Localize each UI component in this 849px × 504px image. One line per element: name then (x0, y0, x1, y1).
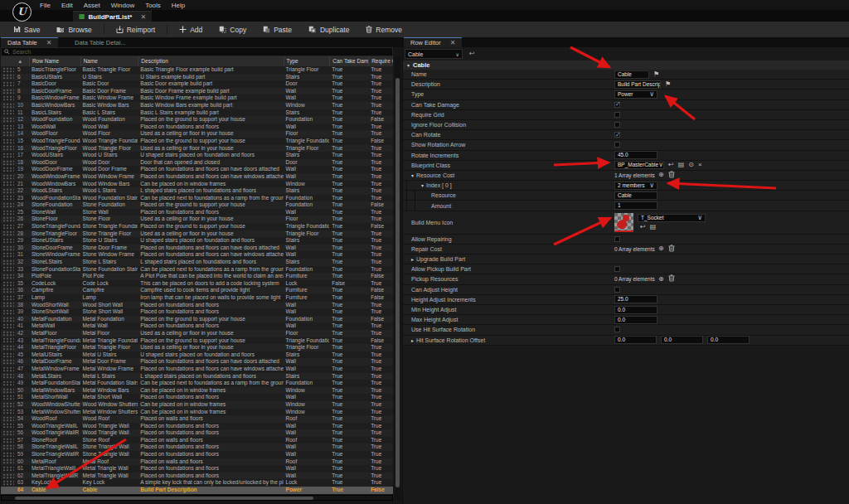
row-grip-handle[interactable] (2, 252, 14, 258)
use-hit-surface-rotation-checkbox[interactable] (614, 327, 620, 332)
column-header-require-grid[interactable]: Require Gri (368, 56, 393, 66)
table-row[interactable]: 36CampfireCampfireCampfire used to cook … (1, 287, 393, 294)
row-grip-handle[interactable] (2, 438, 14, 443)
row-grip-handle[interactable] (2, 274, 14, 279)
table-row[interactable]: 63KeyLockKey LockA simple key lock that … (1, 479, 393, 487)
name-field[interactable]: Cable (614, 70, 649, 79)
table-row[interactable]: 60MetalRoofMetal RoofPlaced on walls and… (1, 458, 393, 466)
table-row[interactable]: 11BasicLStairsBasic L StairsBasic L Stai… (1, 109, 393, 117)
delete-elements-icon[interactable] (668, 171, 675, 180)
table-row[interactable]: 40MetalFoundationMetal FoundationPlaced … (1, 316, 393, 323)
row-grip-handle[interactable] (2, 331, 14, 337)
height-adjust-increments-field[interactable]: 25.0 (614, 295, 657, 303)
add-button[interactable]: Add (171, 22, 211, 37)
row-grip-handle[interactable] (2, 174, 14, 180)
delete-elements-icon[interactable] (668, 274, 675, 284)
index-0-dropdown[interactable]: 2 members∨ (614, 182, 657, 190)
row-grip-handle[interactable] (2, 89, 14, 94)
table-row[interactable]: 16WoodTriangleFloorWood Triangle FloorUs… (1, 145, 393, 153)
struct-section-header[interactable]: ▾ Cable (403, 61, 849, 70)
row-grip-handle[interactable] (2, 74, 14, 80)
table-row[interactable]: 37LampLampIron lamp that can be placed o… (1, 294, 393, 302)
table-row[interactable]: 25StoneWallStone WallPlaced on foundatio… (1, 209, 393, 216)
row-grip-handle[interactable] (2, 402, 14, 408)
table-row[interactable]: 21WoodWindowBarsWood Window BarsCan be p… (1, 181, 393, 188)
row-grip-handle[interactable] (2, 345, 14, 351)
table-row[interactable]: 22WoodLStairsWood L StairsL shaped stair… (1, 187, 393, 195)
vertical-scrollbar-thumb[interactable] (395, 78, 400, 487)
row-grip-handle[interactable] (2, 380, 14, 386)
row-grip-handle[interactable] (2, 224, 14, 230)
can-rotate-checkbox[interactable]: ✓ (614, 132, 620, 138)
row-grip-handle[interactable] (2, 210, 14, 216)
row-grip-handle[interactable] (2, 238, 14, 244)
max-height-adjust-field[interactable]: 0.0 (614, 316, 657, 324)
table-row[interactable]: 55WoodTriangleWallLWood Triangle WallPla… (1, 423, 393, 430)
expander-collapsed-icon[interactable]: ▸ (411, 256, 414, 262)
table-row[interactable]: 53MetalWindowShuttersMetal Window Shutte… (1, 409, 393, 416)
table-row[interactable]: 33StoneFoundationStairsStone Foundation … (1, 266, 393, 274)
build-menu-icon-thumbnail[interactable] (614, 213, 633, 232)
table-row[interactable]: 30StoneDoorFrameStone Door FramePlaced o… (1, 245, 393, 252)
can-take-damage-checkbox[interactable]: ✓ (614, 102, 620, 108)
min-height-adjust-field[interactable]: 0.0 (614, 306, 657, 314)
type-dropdown[interactable]: Power∨ (614, 90, 657, 99)
row-grip-handle[interactable] (2, 359, 14, 365)
row-grip-handle[interactable] (2, 295, 14, 301)
table-row[interactable]: 29StoneUStairsStone U StairsU shaped sta… (1, 237, 393, 245)
table-row[interactable]: 61MetalTriangleWallLMetal Triangle WallP… (1, 465, 393, 472)
table-row[interactable]: 24StoneFoundationStone FoundationPlaced … (1, 201, 393, 209)
amount-field[interactable]: 1 (614, 201, 657, 210)
menu-window[interactable]: Window (111, 2, 134, 9)
row-grip-handle[interactable] (2, 337, 14, 343)
column-header-can-take-damage[interactable]: Can Take Damage (329, 56, 368, 66)
row-grip-handle[interactable] (2, 138, 14, 144)
table-row[interactable]: 57StoneRoofStone RoofPlaced on walls and… (1, 437, 393, 444)
row-grip-handle[interactable] (2, 131, 14, 137)
table-row[interactable]: 13WoodWallWood WallPlaced on foundations… (1, 124, 393, 131)
row-grip-handle[interactable] (2, 188, 14, 194)
browse-button[interactable]: Browse (48, 22, 99, 37)
add-element-icon[interactable]: ⊕ (658, 245, 664, 252)
expander-open-icon[interactable]: ▾ (411, 172, 414, 178)
flag-icon[interactable]: ⚑ (665, 81, 671, 88)
row-grip-handle[interactable] (2, 487, 14, 493)
menu-asset[interactable]: Asset (84, 2, 100, 9)
search-input[interactable]: Search (1, 47, 393, 56)
browse-asset-icon[interactable]: ▤ (650, 224, 657, 230)
table-row[interactable]: 12WoodFoundationWood FoundationPlaced on… (1, 116, 393, 124)
horizontal-scrollbar[interactable] (1, 495, 393, 501)
table-row[interactable]: 58StoneTriangleWallLStone Triangle WallP… (1, 443, 393, 451)
table-row[interactable]: 31StoneWindowFrameStone Window FramePlac… (1, 251, 393, 259)
table-row[interactable]: 17WoodUStairsWood U StairsU shaped stair… (1, 152, 393, 159)
require-grid-checkbox[interactable] (614, 112, 620, 118)
horizontal-scrollbar-thumb[interactable] (15, 497, 313, 500)
row-grip-handle[interactable] (2, 480, 14, 486)
duplicate-button[interactable]: Duplicate (300, 22, 357, 37)
row-grip-handle[interactable] (2, 160, 14, 166)
table-row[interactable]: 49MetalFoundationStairsMetal Foundation … (1, 380, 393, 387)
table-row[interactable]: 38WoodShortWallWood Short WallPlaced on … (1, 302, 393, 309)
allow-pickup-build-part-checkbox[interactable] (614, 266, 620, 272)
table-row[interactable]: 27StoneTriangleFoundatioStone Triangle F… (1, 223, 393, 230)
table-row[interactable]: 35CodeLockCode LockThis can be placed on… (1, 280, 393, 288)
asset-tab-buildpartlist[interactable]: ▦ BuildPartList* ✕ (73, 11, 152, 22)
column-header-description[interactable]: Description (138, 56, 283, 66)
row-grip-handle[interactable] (2, 145, 14, 151)
vertical-scrollbar[interactable] (395, 56, 400, 501)
table-row[interactable]: 46MetalDoorFrameMetal Door FramePlaced o… (1, 358, 393, 366)
row-grip-handle[interactable] (2, 195, 14, 201)
hit-surface-rotation-offset-field-1[interactable]: 0.0 (661, 336, 703, 344)
table-row[interactable]: 8BasicDoorFrameBasic Door FrameBasic Doo… (1, 88, 393, 95)
copy-button[interactable]: Copy (211, 22, 255, 37)
add-element-icon[interactable]: ⊕ (658, 172, 664, 178)
table-row[interactable]: 19WoodDoorFrameWood Door FramePlaced on … (1, 166, 393, 173)
allow-repairing-checkbox[interactable] (614, 236, 620, 242)
clear-icon[interactable]: × (698, 162, 702, 168)
show-rotation-arrow-checkbox[interactable] (614, 142, 620, 148)
table-row[interactable]: 23WoodFoundationStairsWood Foundation St… (1, 195, 393, 202)
table-row[interactable]: 32StoneLStairsStone L StairsL shaped sta… (1, 259, 393, 266)
row-grip-handle[interactable] (2, 309, 14, 315)
row-grip-handle[interactable] (2, 153, 14, 158)
table-row[interactable]: 9BasicWindowFrameBasic Window FrameBasic… (1, 94, 393, 102)
